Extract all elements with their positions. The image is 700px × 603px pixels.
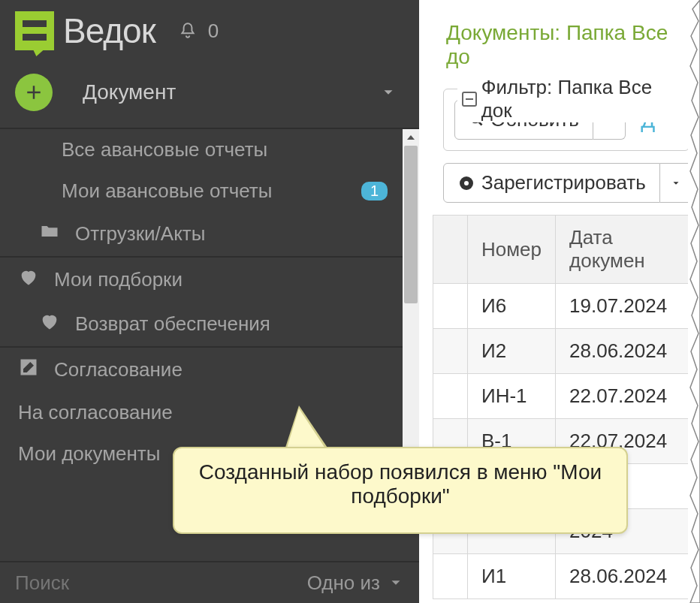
callout: Созданный набор появился в меню "Мои под… <box>173 447 628 534</box>
svg-point-2 <box>464 181 469 185</box>
sidebar-item-my-collections[interactable]: Мои подборки <box>0 258 403 302</box>
chevron-down-icon[interactable] <box>388 574 404 591</box>
chevron-down-icon <box>380 84 397 101</box>
chevron-down-icon <box>671 178 681 188</box>
sidebar-item-approval[interactable]: Согласование <box>0 348 403 392</box>
filter-legend[interactable]: Фильтр: Папка Все док <box>457 76 689 122</box>
badge: 1 <box>361 182 388 200</box>
doc-button-label: Документ <box>83 80 380 104</box>
checkbox-col[interactable] <box>433 216 468 284</box>
register-button[interactable]: Зарегистрировать <box>443 163 660 203</box>
sidebar-item-all-advance[interactable]: Все авансовые отчеты <box>0 129 403 170</box>
filter-panel: Фильтр: Папка Все док Обновить Д <box>443 89 689 151</box>
col-number[interactable]: Номер <box>468 216 556 284</box>
search-bar: Одно из <box>0 561 419 603</box>
sidebar-item-for-approval[interactable]: На согласование <box>0 392 403 433</box>
collapse-icon <box>462 92 477 107</box>
sidebar-item-my-advance[interactable]: Мои авансовые отчеты 1 <box>0 170 403 212</box>
documents-table: Номер Дата докумен И619.07.2024 И228.06.… <box>433 215 700 599</box>
breadcrumb[interactable]: Документы: Папка Все до <box>433 0 700 78</box>
heart-icon <box>18 267 39 293</box>
table-row[interactable]: И228.06.2024 <box>433 329 700 374</box>
edit-icon <box>18 357 39 383</box>
search-input[interactable] <box>15 571 307 595</box>
bell-icon <box>178 21 198 41</box>
logo-row: Ведок 0 <box>0 0 419 57</box>
notif-count: 0 <box>208 20 219 43</box>
notifications[interactable]: 0 <box>178 20 219 43</box>
app-logo <box>15 11 54 50</box>
search-mode[interactable]: Одно из <box>307 571 380 595</box>
torn-edge <box>688 0 700 603</box>
table-row[interactable]: И128.06.2024 <box>433 554 700 599</box>
sidebar-item-return-collateral[interactable]: Возврат обеспечения <box>0 302 403 346</box>
heart-icon <box>39 311 60 337</box>
sidebar-item-shipments[interactable]: Отгрузки/Акты <box>0 212 403 256</box>
plus-icon <box>15 74 53 111</box>
scroll-thumb[interactable] <box>404 146 418 303</box>
folder-icon <box>39 221 60 247</box>
new-document-button[interactable]: Документ <box>0 57 419 129</box>
gear-icon <box>457 174 475 192</box>
scroll-up-button[interactable] <box>403 129 419 146</box>
table-row[interactable]: ИН-122.07.2024 <box>433 374 700 419</box>
app-name: Ведок <box>63 11 155 51</box>
col-date[interactable]: Дата докумен <box>556 216 700 284</box>
table-row[interactable]: И619.07.2024 <box>433 284 700 329</box>
